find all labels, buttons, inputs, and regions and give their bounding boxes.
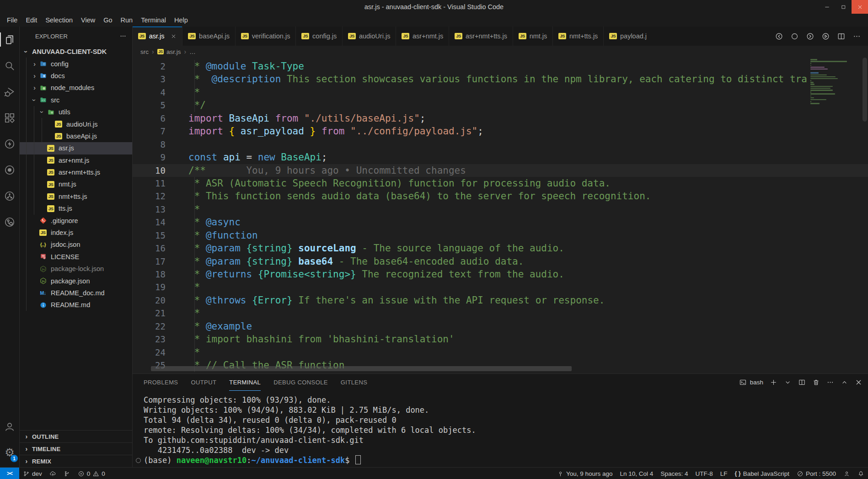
status-encoding[interactable]: UTF-8 (691, 468, 716, 479)
code-line-20[interactable]: 20 * @throws {Error} If there's an issue… (133, 294, 868, 307)
status-notifications[interactable] (854, 468, 868, 479)
code-line-3[interactable]: 3 * @description This section showcases … (133, 73, 868, 85)
line-number[interactable]: 6 (133, 112, 173, 125)
code-line-12[interactable]: 12 * This function sends audio data (bas… (133, 190, 868, 202)
tree-item-utils[interactable]: ›utils (20, 106, 132, 118)
panel-tab-output[interactable]: OUTPUT (191, 374, 216, 391)
tree-item-baseapi-js[interactable]: JSbaseApi.js (20, 130, 132, 142)
nav-back-icon[interactable] (775, 32, 783, 41)
split-editor-icon[interactable] (837, 32, 846, 41)
tab-payload-j[interactable]: JSpayload.j (604, 27, 647, 46)
status-indentation[interactable]: Spaces: 4 (657, 468, 691, 479)
tree-item--gitignore[interactable]: .gitignore (20, 214, 132, 226)
status-language-mode[interactable]: { }Babel JavaScript (731, 468, 793, 479)
status-eol[interactable]: LF (717, 468, 731, 479)
activity-explorer[interactable] (0, 27, 19, 53)
status-git-blame[interactable]: You, 9 hours ago (553, 468, 616, 479)
tab-asr-nmt-js[interactable]: JSasr+nmt.js (396, 27, 449, 46)
code-line-14[interactable]: 14 * @async (133, 216, 868, 229)
status-live-server-port[interactable]: Port : 5500 (793, 468, 840, 479)
activity-search[interactable] (0, 53, 19, 79)
tree-item-package-lock-json[interactable]: jspackage-lock.json (20, 263, 132, 275)
tab-audiouri-js[interactable]: JSaudioUri.js (343, 27, 396, 46)
line-number[interactable]: 18 (133, 268, 173, 281)
tree-item-asr-nmt-js[interactable]: JSasr+nmt.js (20, 154, 132, 166)
line-number[interactable]: 21 (133, 307, 173, 319)
tree-item-config[interactable]: ›config (20, 58, 132, 69)
code-line-23[interactable]: 23 * import bhashini from 'bhashini-tran… (133, 333, 868, 346)
code-line-19[interactable]: 19 * (133, 281, 868, 293)
explorer-more-actions-icon[interactable] (119, 32, 127, 40)
code-editor[interactable]: 2 * @module Task-Type3 * @description Th… (133, 58, 868, 373)
tab-nmt-js[interactable]: JSnmt.js (513, 27, 553, 46)
activity-thunder-client[interactable] (0, 131, 19, 157)
activity-run-debug[interactable] (0, 79, 19, 105)
menu-view[interactable]: View (77, 15, 99, 25)
tab-config-js[interactable]: JSconfig.js (296, 27, 343, 46)
more-actions-icon[interactable] (852, 32, 861, 41)
tree-item-tts-js[interactable]: JStts.js (20, 202, 132, 214)
line-number[interactable]: 3 (133, 73, 173, 85)
vertical-scrollbar[interactable] (863, 58, 867, 122)
line-number[interactable]: 2 (133, 60, 173, 73)
panel-tab-problems[interactable]: PROBLEMS (144, 374, 178, 391)
code-line-6[interactable]: 6import BaseApi from "./utils/baseApi.js… (133, 112, 868, 125)
tree-item-audiouri-js[interactable]: JSaudioUri.js (20, 118, 132, 130)
status-publish[interactable] (46, 468, 60, 479)
tab-asr-js[interactable]: JSasr.js (133, 27, 182, 46)
tree-item-jsdoc-json[interactable]: {..}jsdoc.json (20, 239, 132, 250)
tree-item-nmt-js[interactable]: JSnmt.js (20, 178, 132, 190)
section-remix[interactable]: ›REMIX (20, 455, 132, 467)
tree-item-docs[interactable]: ›docs (20, 70, 132, 82)
maximize-panel-icon[interactable] (841, 378, 848, 386)
status-problems[interactable]: 00 (74, 468, 109, 479)
line-number[interactable]: 5 (133, 99, 173, 112)
tree-item-asr-js[interactable]: JSasr.js (20, 142, 132, 154)
tree-item-readme-md[interactable]: README.md (20, 299, 132, 311)
code-line-16[interactable]: 16 * @param {string} sourceLang - The so… (133, 242, 868, 255)
close-panel-icon[interactable] (855, 378, 863, 386)
line-number[interactable]: 19 (133, 281, 173, 293)
code-line-10[interactable]: 10/** You, 9 hours ago • Uncommitted cha… (133, 164, 868, 177)
tree-item-readme-doc-md[interactable]: M↓README_doc.md (20, 287, 132, 299)
more-icon[interactable] (826, 378, 834, 386)
status-feedback[interactable] (840, 468, 854, 479)
panel-tab-terminal[interactable]: TERMINAL (229, 374, 261, 391)
nav-forward-icon[interactable] (806, 32, 814, 41)
line-number[interactable]: 11 (133, 177, 173, 190)
tree-item-src[interactable]: ›src (20, 94, 132, 106)
tree-item-node-modules[interactable]: ›node_modules (20, 82, 132, 94)
tree-item-package-json[interactable]: jspackage.json (20, 275, 132, 287)
code-line-22[interactable]: 22 * @example (133, 320, 868, 333)
code-line-21[interactable]: 21 * (133, 307, 868, 319)
line-number[interactable]: 10 (133, 164, 173, 177)
line-number[interactable]: 4 (133, 86, 173, 99)
line-number[interactable]: 9 (133, 151, 173, 164)
code-line-8[interactable]: 8 (133, 138, 868, 151)
tree-root[interactable]: › ANUVAAD-CLIENT-SDK (20, 46, 132, 58)
line-number[interactable]: 23 (133, 333, 173, 346)
line-number[interactable]: 8 (133, 138, 173, 151)
line-number[interactable]: 7 (133, 125, 173, 138)
line-number[interactable]: 17 (133, 255, 173, 268)
menu-run[interactable]: Run (117, 15, 137, 25)
code-line-24[interactable]: 24 * (133, 346, 868, 359)
maximize-button[interactable] (835, 0, 852, 14)
tab-verification-js[interactable]: JSverification.js (236, 27, 296, 46)
breadcrumb-item[interactable]: src (140, 48, 149, 55)
activity-extensions[interactable] (0, 105, 19, 131)
section-outline[interactable]: ›OUTLINE (20, 430, 132, 442)
code-line-15[interactable]: 15 * @function (133, 229, 868, 242)
terminal-dropdown-icon[interactable] (784, 378, 792, 386)
section-timeline[interactable]: ›TIMELINE (20, 442, 132, 455)
activity-settings[interactable]: ⚙1 (0, 439, 19, 465)
menu-file[interactable]: File (3, 15, 21, 25)
tree-item-index-js[interactable]: JSindex.js (20, 227, 132, 239)
breadcrumb-item[interactable]: JSasr.js (157, 48, 181, 55)
terminal-output[interactable]: Compressing objects: 100% (93/93), done.… (133, 390, 868, 467)
status-branch[interactable]: dev (19, 468, 46, 479)
terminal-instance[interactable]: bash (739, 378, 763, 386)
line-number[interactable]: 20 (133, 294, 173, 307)
close-tab-icon[interactable] (171, 33, 177, 39)
run-file-icon[interactable] (821, 32, 830, 41)
